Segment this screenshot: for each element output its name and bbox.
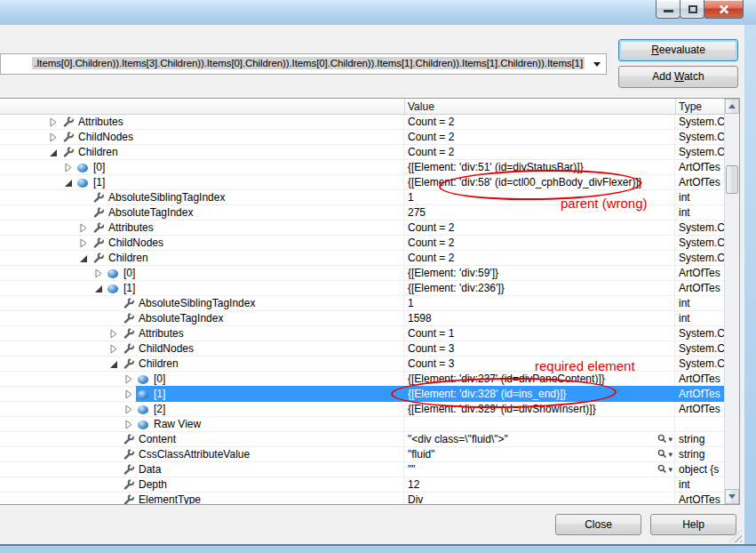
property-wrench-icon bbox=[92, 206, 105, 219]
column-splitter[interactable] bbox=[675, 99, 676, 114]
reevaluate-button[interactable]: Reevaluate bbox=[618, 39, 738, 61]
expand-arrow-icon[interactable] bbox=[109, 329, 118, 338]
help-button[interactable]: Help bbox=[650, 514, 736, 535]
tree-row[interactable]: Depth12int bbox=[0, 477, 724, 493]
tree-row[interactable]: ChildNodesCount = 2System.C bbox=[0, 236, 724, 251]
tree-row[interactable]: [0]{[Element: 'div:237' (id=divPaneConte… bbox=[0, 372, 724, 387]
expand-arrow-icon[interactable] bbox=[124, 405, 133, 413]
tree-row[interactable]: ChildrenCount = 2System.C bbox=[0, 251, 724, 266]
add-watch-button[interactable]: Add Watch bbox=[618, 66, 738, 88]
scroll-up-button[interactable] bbox=[725, 99, 739, 114]
vertical-scrollbar[interactable] bbox=[724, 99, 739, 504]
row-value: Count = 2 bbox=[404, 145, 454, 159]
tree-row[interactable]: AttributesCount = 2System.C bbox=[0, 220, 724, 236]
tree-name-cell: Content bbox=[0, 432, 404, 446]
tree-row[interactable]: ChildNodesCount = 2System.C bbox=[0, 130, 724, 145]
expand-arrow-icon[interactable] bbox=[124, 420, 133, 429]
tree-value-cell: ""▾ bbox=[404, 462, 675, 477]
expand-arrow-icon[interactable] bbox=[49, 132, 58, 141]
tree-type-cell: ArtOfTes bbox=[675, 266, 724, 280]
tree-row[interactable]: AttributesCount = 2System.C bbox=[0, 115, 724, 130]
property-wrench-icon bbox=[92, 221, 105, 234]
expression-combobox[interactable]: .Items[0].Children)).Items[3].Children))… bbox=[0, 53, 607, 75]
tree-row[interactable]: ChildrenCount = 2System.C bbox=[0, 145, 724, 160]
tree-type-cell: int bbox=[675, 190, 724, 204]
column-header-type[interactable]: Type bbox=[679, 100, 702, 114]
column-header-value[interactable]: Value bbox=[408, 100, 434, 114]
collapse-arrow-icon[interactable] bbox=[94, 284, 103, 293]
tree-row[interactable]: [1]{[Element: 'div:236']}ArtOfTes bbox=[0, 281, 724, 296]
row-type: System.C bbox=[675, 145, 724, 159]
title-bar[interactable] bbox=[0, 0, 756, 25]
tree-row[interactable]: Content"<div class=\"fluid\">"▾string bbox=[0, 432, 724, 447]
tree-row[interactable]: AbsoluteSiblingTagIndex1int bbox=[0, 296, 724, 311]
scrollbar-thumb[interactable] bbox=[726, 165, 738, 194]
expression-text[interactable]: .Items[0].Children)).Items[3].Children))… bbox=[32, 57, 585, 69]
collapse-arrow-icon[interactable] bbox=[109, 359, 118, 368]
tree-name-cell: AbsoluteTagIndex bbox=[0, 311, 404, 325]
expand-arrow-icon[interactable] bbox=[124, 389, 133, 398]
tree-name-cell: [1] bbox=[0, 387, 404, 401]
close-button[interactable]: Close bbox=[555, 514, 641, 535]
expand-arrow-icon[interactable] bbox=[109, 344, 118, 353]
tree-row[interactable]: AttributesCount = 1System.C bbox=[0, 326, 724, 341]
tree-row[interactable]: Raw View bbox=[0, 417, 724, 432]
tree-row[interactable]: AbsoluteSiblingTagIndex1int bbox=[0, 190, 724, 205]
tree-row[interactable]: [1]{[Element: 'div:328' (id=ins_end)]}Ar… bbox=[0, 387, 724, 402]
tree-type-cell: System.C bbox=[675, 236, 724, 250]
magnifier-icon[interactable]: ▾ bbox=[656, 463, 672, 475]
expand-arrow-icon[interactable] bbox=[79, 238, 88, 247]
magnifier-icon[interactable]: ▾ bbox=[656, 433, 672, 445]
tree-type-cell: System.C bbox=[675, 145, 724, 159]
collapse-arrow-icon[interactable] bbox=[49, 148, 58, 156]
expand-arrow-icon[interactable] bbox=[79, 223, 88, 232]
tree-row[interactable]: AbsoluteTagIndex1598int bbox=[0, 311, 724, 326]
row-name: [0] bbox=[93, 160, 105, 174]
tree-name-cell: Data bbox=[0, 462, 404, 477]
tree-type-cell: string bbox=[675, 447, 724, 461]
tree-row[interactable]: [2]{[Element: 'div:329' (id=divShowInser… bbox=[0, 402, 724, 417]
tree-type-cell: int bbox=[675, 296, 724, 310]
tree-row[interactable]: CssClassAttributeValue"fluid"▾string bbox=[0, 447, 724, 462]
row-type: System.C bbox=[675, 115, 724, 129]
tree-row[interactable]: [1]{[Element: 'div:58' (id=ctl00_cphBody… bbox=[0, 175, 724, 190]
property-wrench-icon bbox=[123, 448, 135, 461]
expand-arrow-icon[interactable] bbox=[49, 117, 58, 126]
row-name: ChildNodes bbox=[108, 236, 163, 250]
tree-row[interactable]: ChildrenCount = 3System.C bbox=[0, 357, 724, 372]
row-name: [0] bbox=[154, 372, 165, 386]
expand-arrow-icon[interactable] bbox=[124, 374, 133, 383]
tree-type-cell: ArtOfTes bbox=[675, 281, 724, 295]
row-value: "fluid" bbox=[404, 447, 435, 461]
tree-row[interactable]: ElementTypeDivArtOfTes bbox=[0, 493, 724, 504]
row-type: ArtOfTes bbox=[675, 402, 720, 416]
tree-row[interactable]: [0]{[Element: 'div:59']}ArtOfTes bbox=[0, 266, 724, 281]
expand-arrow-icon[interactable] bbox=[64, 163, 73, 172]
object-sphere-icon bbox=[107, 282, 120, 294]
tree-row[interactable]: ChildNodesCount = 3System.C bbox=[0, 341, 724, 357]
maximize-button[interactable] bbox=[680, 0, 704, 19]
collapse-arrow-icon[interactable] bbox=[79, 253, 88, 262]
expand-arrow-icon[interactable] bbox=[94, 268, 103, 277]
scroll-down-button[interactable] bbox=[725, 489, 739, 504]
tree-row[interactable]: [0]{[Element: 'div:51' (id=divStatusBar)… bbox=[0, 160, 724, 175]
minimize-button[interactable] bbox=[656, 0, 680, 19]
row-name: CssClassAttributeValue bbox=[139, 447, 250, 461]
row-type: string bbox=[675, 447, 704, 461]
close-window-button[interactable] bbox=[704, 0, 744, 19]
tree-type-cell: System.C bbox=[675, 357, 724, 371]
combobox-dropdown-button[interactable] bbox=[588, 54, 606, 74]
column-splitter[interactable] bbox=[404, 99, 405, 114]
object-sphere-icon bbox=[77, 176, 90, 188]
magnifier-icon[interactable]: ▾ bbox=[656, 448, 672, 460]
tree-type-cell bbox=[675, 417, 724, 431]
tree-type-cell: System.C bbox=[675, 326, 724, 341]
object-sphere-icon bbox=[138, 403, 150, 415]
tree-row[interactable]: Data""▾object {s bbox=[0, 462, 724, 477]
collapse-arrow-icon[interactable] bbox=[64, 178, 73, 187]
tree-value-cell: Count = 2 bbox=[404, 145, 675, 159]
caption-buttons bbox=[657, 0, 744, 19]
quickwatch-window: .Items[0].Children)).Items[3].Children))… bbox=[0, 0, 756, 553]
tree-row[interactable]: AbsoluteTagIndex275int bbox=[0, 205, 724, 220]
row-name: Content bbox=[139, 432, 176, 446]
